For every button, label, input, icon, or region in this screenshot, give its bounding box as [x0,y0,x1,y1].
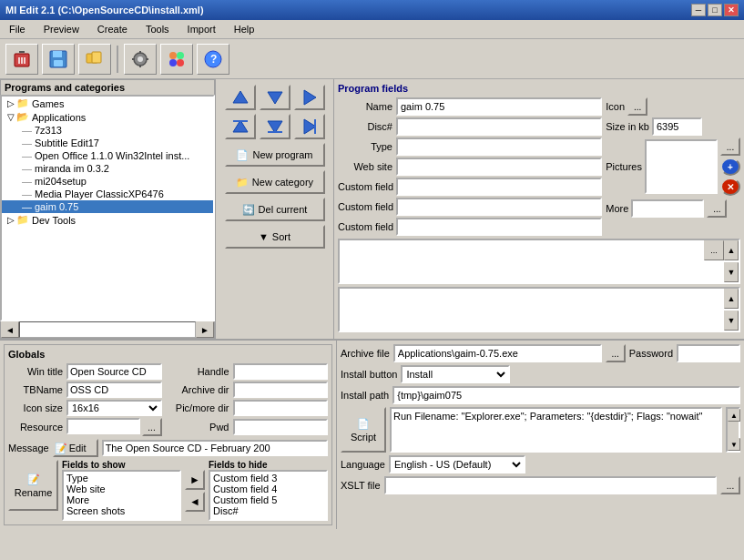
list-item-disc[interactable]: Disc# [211,505,325,516]
toolbar-paint-button[interactable] [160,44,193,75]
tree-item-7z313[interactable]: — 7z313 [2,124,213,137]
new-category-button[interactable]: 📁 New category [225,170,325,194]
install-button-select[interactable]: Install Run Open [401,365,510,383]
text-area-2-scroll-down[interactable]: ▼ [724,311,739,331]
nav-up-button[interactable] [225,85,256,110]
pwd-input[interactable] [233,419,329,435]
more-input[interactable] [631,199,704,218]
size-input[interactable] [652,117,702,136]
disc-input[interactable] [396,117,602,136]
xslt-input[interactable] [384,476,717,494]
more-browse-button[interactable]: ... [707,199,727,218]
install-path-input[interactable] [392,386,740,404]
text-area-1-input[interactable] [340,240,739,280]
pictures-browse-button[interactable]: ... [720,137,740,156]
xslt-browse-button[interactable]: ... [720,476,740,494]
archive-dir-input[interactable] [233,382,329,398]
pic-more-dir-input[interactable] [233,400,329,416]
del-current-button[interactable]: 🔄 Del current [225,198,325,221]
icon-browse-button[interactable]: ... [627,97,647,116]
move-left-button[interactable]: ◄ [185,492,205,512]
list-item-custom4[interactable]: Custom field 4 [211,484,325,494]
pictures-remove-button[interactable]: ✕ [720,178,740,196]
new-program-button[interactable]: 📄 New program [225,143,325,167]
type-input[interactable] [396,137,602,156]
text-area-1[interactable]: ▲ ▼ ... [338,239,740,284]
script-button[interactable]: 📄 Script [341,407,386,453]
nav-downleft-button[interactable] [260,114,290,139]
list-item-custom5[interactable]: Custom field 5 [211,494,325,505]
tree-item-gaim[interactable]: — gaim 0.75 [2,200,213,213]
tree-item-mi204[interactable]: — mi204setup [2,175,213,188]
name-input[interactable] [396,97,602,116]
minimize-button[interactable]: ─ [691,4,706,16]
custom3-input[interactable] [396,178,602,196]
script-scroll-up[interactable]: ▲ [728,409,740,422]
move-right-button[interactable]: ► [185,470,205,490]
website-input[interactable] [396,158,602,176]
archive-file-input[interactable] [393,344,602,362]
tree-item-miranda[interactable]: — miranda im 0.3.2 [2,162,213,175]
fields-show-hide: 📝 Rename Fields to show Type Web site Mo… [8,460,328,521]
menu-file[interactable]: File [4,22,31,36]
edit-button[interactable]: 📝 Edit [53,439,98,457]
list-item-screenshots[interactable]: Screen shots [65,505,178,516]
close-button[interactable]: ✕ [724,4,739,16]
tree-next-button[interactable]: ► [196,321,214,338]
custom5-input[interactable] [396,218,602,236]
rename-button[interactable]: 📝 Rename [8,460,58,511]
nav-down-button[interactable] [260,85,290,110]
tree-prev-button[interactable]: ◄ [1,321,19,338]
menu-create[interactable]: Create [92,22,133,36]
handle-input[interactable] [233,363,329,380]
tree-item-subtitle[interactable]: — Subtitle Edit17 [2,137,213,149]
tbname-input[interactable] [66,382,162,398]
menu-import[interactable]: Import [182,22,221,36]
toolbar-settings-button[interactable] [124,44,157,75]
script-scrollbar[interactable]: ▲ ▼ [726,407,740,453]
resource-browse-button[interactable]: ... [142,418,162,436]
nav-right-button[interactable] [294,85,325,110]
tree-view[interactable]: ▷ 📁 Games ▽ 📂 Applications — 7z313 — [0,95,215,321]
sort-button[interactable]: ▼ Sort [225,225,325,249]
toolbar-open-button[interactable] [78,44,111,75]
icon-size-select[interactable]: 16x16 32x32 48x48 [66,400,162,416]
list-item-more[interactable]: More [65,494,178,505]
toolbar-save-button[interactable] [42,44,75,75]
list-item-type[interactable]: Type [65,473,178,484]
text-area-2-input[interactable] [340,289,739,329]
win-title-input[interactable] [66,363,162,380]
list-item-custom3[interactable]: Custom field 3 [211,473,325,484]
custom4-input[interactable] [396,198,602,216]
nav-rightarrow-button[interactable] [294,114,325,139]
archive-file-browse-button[interactable]: ... [606,344,626,362]
maximize-button[interactable]: □ [708,4,722,16]
list-item-website[interactable]: Web site [65,484,178,494]
tree-scrollbar[interactable] [19,321,196,338]
text-area-1-scroll-down[interactable]: ▼ [724,262,739,282]
text-area-1-btn[interactable]: ... [704,240,724,260]
script-scroll-down[interactable]: ▼ [728,438,740,451]
language-select[interactable]: English - US (Default) [389,455,525,473]
password-input[interactable] [677,344,740,362]
nav-upleft-button[interactable] [225,114,256,139]
install-path-label: Install path [341,390,389,401]
menu-help[interactable]: Help [229,22,260,36]
text-area-2[interactable]: ▲ ▼ [338,287,740,332]
text-area-2-scroll-up[interactable]: ▲ [724,289,739,309]
fields-to-hide-list[interactable]: Custom field 3 Custom field 4 Custom fie… [209,470,328,521]
menu-tools[interactable]: Tools [140,22,175,36]
tree-item-devtools[interactable]: ▷ 📁 Dev Tools [2,213,213,227]
tree-item-openoffice[interactable]: — Open Office 1.1.0 Win32Intel inst... [2,149,213,162]
toolbar-help-button[interactable]: ? [197,44,229,75]
message-input[interactable] [102,440,328,456]
pictures-add-button[interactable]: + [720,158,740,176]
toolbar-delete-button[interactable] [5,44,38,75]
fields-to-show-list[interactable]: Type Web site More Screen shots [62,470,181,521]
text-area-1-scroll-up[interactable]: ▲ [724,240,739,260]
menu-preview[interactable]: Preview [38,22,85,36]
tree-item-applications[interactable]: ▽ 📂 Applications [2,110,213,124]
resource-input[interactable] [66,418,140,434]
tree-item-mediaplayer[interactable]: — Media Player ClassicXP6476 [2,188,213,200]
tree-item-games[interactable]: ▷ 📁 Games [2,97,213,110]
